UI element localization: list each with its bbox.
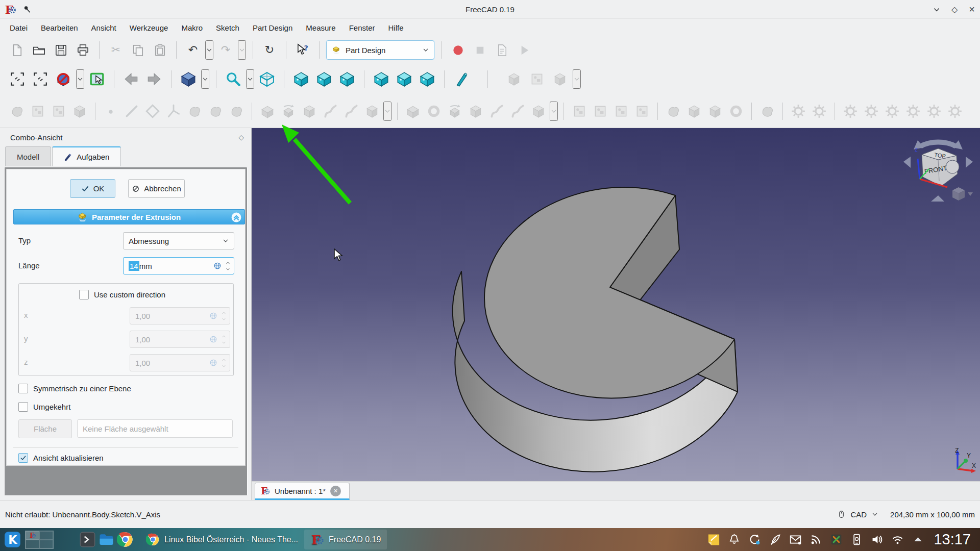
clipping-plane-button[interactable]	[53, 68, 74, 90]
nav-back-button[interactable]	[121, 68, 141, 90]
open-file-button[interactable]	[29, 40, 48, 60]
minimize-icon[interactable]	[933, 6, 940, 13]
view-right-button[interactable]	[337, 68, 357, 90]
network-icon[interactable]	[891, 533, 904, 546]
task-chrome[interactable]: Linux Bibel Österreich - Neues The...	[140, 530, 304, 549]
thickness-button[interactable]	[726, 100, 746, 122]
menu-werkzeuge[interactable]: Werkzeuge	[123, 20, 175, 35]
view-fit-all-button[interactable]	[257, 68, 277, 90]
datum-point-button[interactable]	[101, 100, 120, 122]
pad-solid[interactable]	[252, 128, 980, 481]
hole-button[interactable]	[424, 100, 444, 122]
datum-line-button[interactable]	[122, 100, 141, 122]
sprocket-button[interactable]	[862, 100, 881, 122]
involute-gear-button[interactable]	[841, 100, 860, 122]
mirrored-button[interactable]	[570, 100, 589, 122]
box-selection-button[interactable]	[7, 68, 28, 90]
edit-sketch-button[interactable]	[49, 100, 68, 122]
notifications-icon[interactable]	[727, 533, 741, 546]
view-top-button[interactable]	[314, 68, 334, 90]
task-freecad[interactable]: FreeCAD 0.19	[304, 530, 387, 549]
migrate-sketch-button[interactable]	[789, 100, 808, 122]
nav-forward-button[interactable]	[144, 68, 164, 90]
3d-viewport[interactable]: TOP FRONT z Z	[252, 128, 980, 481]
additive-helix-button[interactable]	[341, 100, 361, 122]
chamfer-button[interactable]	[684, 100, 704, 122]
fillet-button[interactable]	[664, 100, 683, 122]
menu-part-design[interactable]: Part Design	[246, 20, 299, 35]
chevron-down-icon[interactable]	[872, 511, 878, 517]
reversed-checkbox[interactable]	[18, 402, 28, 412]
new-file-button[interactable]	[7, 40, 27, 60]
redo-menu[interactable]	[238, 40, 246, 60]
chrome-launcher-icon[interactable]	[116, 530, 135, 549]
pad-button[interactable]	[258, 100, 277, 122]
macro-play-button[interactable]	[514, 40, 533, 60]
rss-icon[interactable]	[809, 533, 823, 546]
menu-bearbeiten[interactable]: Bearbeiten	[34, 20, 85, 35]
polar-pattern-button[interactable]	[611, 100, 631, 122]
undo-button[interactable]: ↶	[183, 40, 203, 60]
section-header-extrusion[interactable]: Parameter der Extrusion	[13, 209, 245, 224]
tab-modell[interactable]: Modell	[5, 146, 51, 166]
menu-ansicht[interactable]: Ansicht	[85, 20, 123, 35]
menu-makro[interactable]: Makro	[175, 20, 209, 35]
view-left-button[interactable]	[417, 68, 437, 90]
link-external-button[interactable]	[550, 68, 570, 90]
shaft-wizard-button[interactable]	[810, 100, 829, 122]
nav-style-value[interactable]: CAD	[850, 510, 867, 519]
link-folder-button[interactable]	[527, 68, 547, 90]
notes-widget-icon[interactable]	[707, 533, 721, 546]
map-sketch-button[interactable]	[70, 100, 89, 122]
additive-pipe-button[interactable]	[321, 100, 340, 122]
box-element-selection-button[interactable]	[30, 68, 51, 90]
view-axo-menu[interactable]	[201, 69, 209, 89]
type-select[interactable]: Abmessung	[123, 232, 234, 249]
menu-fenster[interactable]: Fenster	[342, 20, 382, 35]
volume-icon[interactable]	[870, 533, 884, 546]
mail-icon[interactable]	[789, 533, 802, 546]
save-file-button[interactable]	[51, 40, 70, 60]
x-app-icon[interactable]	[829, 533, 843, 546]
datum-plane-button[interactable]	[143, 100, 162, 122]
shape-binder-button[interactable]	[185, 100, 204, 122]
create-body-button[interactable]	[7, 100, 27, 122]
expression-icon[interactable]	[213, 262, 222, 270]
view-axonometric-button[interactable]	[178, 68, 199, 90]
sub-shape-binder-button[interactable]	[206, 100, 225, 122]
refresh-button[interactable]: ↻	[260, 40, 279, 60]
close-tab-icon[interactable]: ×	[330, 486, 341, 496]
float-panel-icon[interactable]: ◇	[238, 133, 244, 141]
menu-hilfe[interactable]: Hilfe	[382, 20, 410, 35]
create-sketch-button[interactable]	[28, 100, 47, 122]
linear-pattern-button[interactable]	[591, 100, 610, 122]
collapse-icon[interactable]	[231, 212, 242, 223]
document-tab[interactable]: Unbenannt : 1* ×	[255, 483, 350, 500]
draft-button[interactable]	[705, 100, 725, 122]
whats-this-button[interactable]	[293, 40, 312, 60]
tray-expand-icon[interactable]	[911, 533, 925, 546]
feather-app-icon[interactable]	[768, 533, 782, 546]
boolean-button[interactable]	[757, 100, 777, 122]
menu-datei[interactable]: Datei	[3, 20, 34, 35]
multi-transform-button[interactable]	[632, 100, 652, 122]
additive-loft-button[interactable]	[300, 100, 319, 122]
sketch-validate-button[interactable]	[924, 100, 944, 122]
link-make-button[interactable]	[504, 68, 524, 90]
subtractive-helix-button[interactable]	[508, 100, 527, 122]
groove-button[interactable]	[445, 100, 464, 122]
view-front-button[interactable]	[291, 68, 311, 90]
menu-measure[interactable]: Measure	[299, 20, 342, 35]
link-menu[interactable]	[573, 69, 581, 89]
macro-dialog-button[interactable]	[492, 40, 511, 60]
view-bottom-button[interactable]	[394, 68, 414, 90]
select-visible-button[interactable]	[87, 68, 107, 90]
clone-button[interactable]	[227, 100, 246, 122]
defeaturing-button[interactable]	[903, 100, 923, 122]
ok-button[interactable]: OK	[70, 179, 115, 198]
kde-connect-icon[interactable]	[850, 533, 864, 546]
navigation-cube[interactable]: TOP FRONT z	[899, 130, 977, 206]
file-manager-icon[interactable]	[97, 530, 116, 549]
revolve-button[interactable]	[279, 100, 298, 122]
check-geometry-button[interactable]	[883, 100, 902, 122]
